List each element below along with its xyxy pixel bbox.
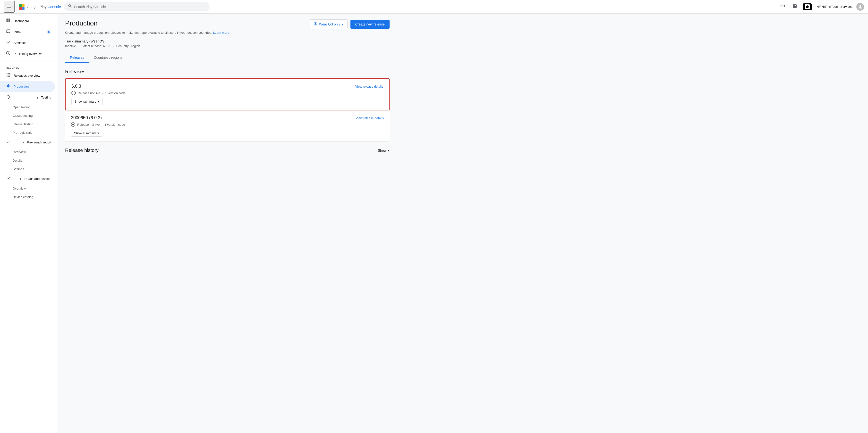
release-item-2-content: 3000650 (6.0.3) Release not live · 1 ver…	[71, 115, 125, 137]
sidebar-item-testing[interactable]: ▾ Testing	[0, 92, 55, 103]
sidebar-item-statistics[interactable]: Statistics	[0, 37, 55, 48]
topbar: Google Play Console INFINITI InTouch Ser…	[0, 0, 868, 13]
show-summary-chevron-1: ▾	[98, 100, 100, 103]
internal-testing-label: Internal testing	[12, 122, 33, 126]
release-name-2: 3000650 (6.0.3)	[71, 115, 125, 121]
releases-overview-icon	[6, 73, 11, 79]
wear-os-button[interactable]: Wear OS only ▾	[309, 20, 347, 29]
publishing-icon	[6, 51, 11, 57]
testing-icon	[6, 94, 11, 100]
link-icon-button[interactable]	[779, 2, 787, 11]
show-summary-chevron-2: ▾	[97, 131, 99, 135]
wear-os-label: Wear OS only	[319, 22, 340, 26]
help-icon-button[interactable]	[791, 2, 799, 11]
release-history: Release history Show ▾	[65, 142, 390, 156]
create-release-button[interactable]: Create new release	[350, 20, 390, 29]
svg-marker-4	[22, 7, 25, 10]
show-summary-button-1[interactable]: Show summary ▾	[71, 98, 103, 105]
tab-countries[interactable]: Countries / regions	[89, 53, 127, 63]
learn-more-link[interactable]: Learn more	[213, 31, 229, 34]
app-badge	[803, 3, 812, 10]
wear-os-dropdown-icon: ▾	[342, 22, 343, 26]
show-summary-label-1: Show summary	[74, 100, 96, 103]
app-name: INFINITI InTouch Services	[815, 5, 852, 8]
release-item-2: 3000650 (6.0.3) Release not live · 1 ver…	[65, 110, 390, 142]
release-card-content: 6.0.3 Release not live · 1 version code …	[71, 84, 126, 105]
page-subtitle: Create and manage production releases to…	[65, 31, 390, 34]
open-testing-label: Open testing	[12, 105, 31, 109]
releases-section-title: Releases	[65, 69, 390, 74]
wear-os-icon	[313, 22, 318, 27]
dot1: ·	[79, 44, 80, 48]
pre-registration-label: Pre-registration	[12, 131, 34, 134]
release-status-text-1: Release not live	[78, 91, 100, 95]
sidebar-dashboard-label: Dashboard	[13, 19, 29, 23]
production-icon	[6, 84, 11, 90]
sidebar-production-label: Production	[13, 85, 29, 88]
sidebar-item-pre-launch-settings[interactable]: Settings	[0, 165, 55, 173]
device-catalog-label: Device catalog	[12, 195, 33, 199]
release-card-inner: 6.0.3 Release not live · 1 version code …	[71, 84, 383, 105]
sidebar-item-closed-testing[interactable]: Closed testing	[0, 111, 55, 120]
track-summary-info: Inactive · Latest release: 6.0.3 · 1 cou…	[65, 44, 390, 48]
search-icon	[68, 4, 72, 9]
inbox-icon	[6, 29, 11, 35]
pre-launch-details-label: Details	[12, 159, 22, 162]
version-code-2: 1 version code	[104, 123, 125, 127]
sidebar-item-internal-testing[interactable]: Internal testing	[0, 120, 55, 128]
release-status-text-2: Release not live	[77, 123, 100, 127]
pre-launch-settings-label: Settings	[12, 167, 24, 171]
sidebar-item-publishing[interactable]: Publishing overview	[0, 48, 55, 59]
sidebar-releases-overview-label: Releases overview	[13, 74, 40, 77]
track-summary-title: Track summary (Wear OS)	[65, 39, 390, 43]
sidebar-publishing-label: Publishing overview	[13, 52, 41, 56]
page-header: Production Wear OS only ▾ Create new rel…	[65, 20, 390, 29]
release-section-label: Release	[0, 63, 57, 70]
avatar[interactable]	[856, 3, 864, 11]
search-bar	[64, 2, 210, 11]
view-release-link-1[interactable]: View release details	[355, 84, 383, 88]
sidebar-pre-launch-label: Pre-launch report	[27, 140, 51, 144]
inbox-badge: 6	[46, 30, 51, 34]
sidebar-item-pre-launch-overview[interactable]: Overview	[0, 148, 55, 156]
status-dot-1: ·	[102, 91, 103, 95]
sidebar-item-pre-registration[interactable]: Pre-registration	[0, 128, 55, 137]
release-card-highlighted: 6.0.3 Release not live · 1 version code …	[65, 78, 390, 110]
tab-releases[interactable]: Releases	[65, 53, 89, 63]
release-status-2: Release not live · 1 version code	[71, 122, 125, 127]
reach-chevron-icon: ▾	[20, 177, 21, 181]
reach-overview-label: Overview	[12, 187, 26, 190]
release-status-1: Release not live · 1 version code	[71, 91, 126, 95]
sidebar-statistics-label: Statistics	[13, 41, 26, 45]
search-input[interactable]	[74, 5, 206, 9]
sidebar-item-releases-overview[interactable]: Releases overview	[0, 70, 55, 81]
release-name-1: 6.0.3	[71, 84, 126, 89]
logo-text: Google Play Console	[27, 5, 61, 9]
sidebar-inbox-label: Inbox	[13, 30, 21, 34]
status-icon-1	[71, 91, 76, 95]
show-summary-button-2[interactable]: Show summary ▾	[71, 130, 102, 137]
sidebar-item-dashboard[interactable]: Dashboard	[0, 15, 55, 27]
closed-testing-label: Closed testing	[12, 114, 33, 118]
logo[interactable]: Google Play Console	[18, 3, 61, 11]
sidebar-item-production[interactable]: Production	[0, 81, 55, 92]
menu-button[interactable]	[4, 1, 14, 12]
reach-icon	[6, 176, 11, 182]
release-history-show[interactable]: Show ▾	[378, 148, 390, 153]
dashboard-icon	[6, 18, 11, 24]
sidebar-reach-label: Reach and devices	[24, 177, 51, 180]
version-code-1: 1 version code	[105, 91, 126, 95]
sidebar-item-pre-launch[interactable]: ▾ Pre-launch report	[0, 137, 55, 148]
pre-launch-icon	[6, 139, 11, 145]
sidebar-item-open-testing[interactable]: Open testing	[0, 103, 55, 111]
main-content: Production Wear OS only ▾ Create new rel…	[57, 13, 868, 433]
main-inner: Production Wear OS only ▾ Create new rel…	[57, 13, 397, 162]
sidebar-item-pre-launch-details[interactable]: Details	[0, 156, 55, 165]
pre-launch-chevron-icon: ▾	[22, 140, 24, 144]
sidebar-item-reach-devices[interactable]: ▾ Reach and devices	[0, 173, 55, 184]
sidebar-item-reach-overview[interactable]: Overview	[0, 184, 55, 193]
release-history-show-label: Show	[378, 148, 386, 153]
view-release-link-2[interactable]: View release details	[356, 115, 384, 120]
sidebar-item-device-catalog[interactable]: Device catalog	[0, 193, 55, 201]
sidebar-item-inbox[interactable]: Inbox 6	[0, 27, 55, 37]
